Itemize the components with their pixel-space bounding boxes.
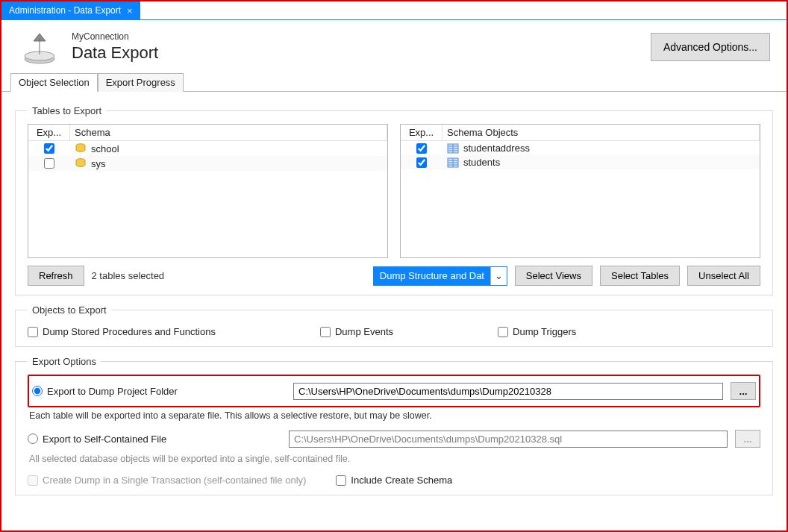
export-options-legend: Export Options	[28, 356, 101, 367]
tables-to-export-group: Tables to Export Exp... Schema school	[15, 105, 773, 295]
select-tables-button[interactable]: Select Tables	[600, 266, 680, 286]
object-row[interactable]: students	[401, 155, 760, 169]
dump-triggers-label[interactable]: Dump Triggers	[498, 326, 576, 337]
export-icon	[16, 28, 63, 66]
schema-col-export[interactable]: Exp...	[28, 125, 70, 140]
dump-sp-label[interactable]: Dump Stored Procedures and Functions	[28, 326, 216, 337]
object-name: studentaddress	[463, 143, 530, 154]
object-checkbox-studentaddress[interactable]	[416, 143, 427, 154]
export-folder-label[interactable]: Export to Dump Project Folder	[32, 386, 286, 397]
export-file-label[interactable]: Export to Self-Contained File	[28, 434, 281, 445]
export-file-text: Export to Self-Contained File	[43, 434, 166, 445]
include-schema-text: Include Create Schema	[351, 475, 452, 486]
dump-triggers-text: Dump Triggers	[513, 326, 576, 337]
connection-name: MyConnection	[72, 31, 158, 42]
object-checkbox-students[interactable]	[416, 157, 427, 168]
schema-list[interactable]: Exp... Schema school	[28, 124, 388, 258]
dump-sp-checkbox[interactable]	[28, 327, 38, 337]
close-icon[interactable]: ×	[127, 5, 133, 16]
window: Administration - Data Export × MyConnect…	[0, 0, 788, 532]
browse-folder-button[interactable]: ...	[731, 382, 756, 400]
tables-selected-status: 2 tables selected	[92, 270, 165, 281]
tab-export-progress[interactable]: Export Progress	[98, 73, 184, 92]
browse-file-button: ...	[735, 430, 760, 448]
export-options-group: Export Options Export to Dump Project Fo…	[15, 356, 773, 495]
table-icon	[447, 157, 459, 168]
advanced-options-button[interactable]: Advanced Options...	[651, 33, 770, 61]
file-path-input	[289, 431, 728, 448]
file-hint: All selected database objects will be ex…	[28, 451, 760, 470]
object-col-export[interactable]: Exp...	[401, 125, 443, 140]
app-tabbar: Administration - Data Export ×	[1, 1, 787, 19]
dump-events-label[interactable]: Dump Events	[320, 326, 393, 337]
single-transaction-checkbox	[28, 475, 38, 486]
folder-path-input[interactable]	[293, 383, 723, 400]
dump-sp-text: Dump Stored Procedures and Functions	[43, 326, 216, 337]
dump-triggers-checkbox[interactable]	[498, 327, 508, 337]
schema-col-schema[interactable]: Schema	[70, 125, 387, 140]
page-title: Data Export	[72, 43, 158, 63]
folder-hint: Each table will be exported into a separ…	[28, 407, 760, 427]
object-row[interactable]: studentaddress	[401, 141, 760, 155]
include-schema-checkbox[interactable]	[336, 475, 346, 486]
dump-events-text: Dump Events	[335, 326, 393, 337]
header: MyConnection Data Export Advanced Option…	[1, 20, 787, 72]
schema-row[interactable]: school	[28, 141, 387, 156]
schema-row[interactable]: sys	[28, 156, 387, 171]
dump-type-value: Dump Structure and Dat	[374, 270, 490, 281]
export-folder-radio[interactable]	[32, 386, 43, 396]
object-col-objects[interactable]: Schema Objects	[443, 125, 760, 140]
schema-name: school	[91, 143, 119, 154]
object-list[interactable]: Exp... Schema Objects studentaddress	[400, 124, 760, 258]
database-icon	[75, 143, 87, 154]
object-name: students	[463, 157, 500, 168]
highlighted-option: Export to Dump Project Folder ...	[28, 375, 760, 407]
schema-name: sys	[91, 158, 106, 169]
dump-type-select[interactable]: Dump Structure and Dat ⌄	[373, 266, 507, 286]
export-folder-text: Export to Dump Project Folder	[47, 386, 178, 397]
single-transaction-text: Create Dump in a Single Transaction (sel…	[43, 475, 306, 486]
export-file-radio[interactable]	[28, 434, 38, 444]
select-views-button[interactable]: Select Views	[515, 266, 592, 286]
objects-to-export-legend: Objects to Export	[28, 304, 111, 316]
dump-events-checkbox[interactable]	[320, 327, 331, 337]
single-transaction-label: Create Dump in a Single Transaction (sel…	[28, 475, 306, 486]
main-tabs: Object Selection Export Progress	[1, 72, 787, 92]
table-icon	[447, 143, 459, 154]
tables-to-export-legend: Tables to Export	[28, 105, 106, 116]
refresh-button[interactable]: Refresh	[28, 266, 84, 286]
app-tab-label: Administration - Data Export	[9, 5, 121, 16]
database-icon	[75, 157, 87, 169]
unselect-all-button[interactable]: Unselect All	[687, 266, 760, 286]
schema-checkbox-school[interactable]	[44, 143, 54, 154]
tab-object-selection[interactable]: Object Selection	[10, 73, 98, 92]
schema-checkbox-sys[interactable]	[44, 158, 54, 169]
app-tab-data-export[interactable]: Administration - Data Export ×	[1, 1, 140, 19]
chevron-down-icon: ⌄	[490, 267, 507, 285]
header-text: MyConnection Data Export	[72, 31, 158, 63]
objects-to-export-group: Objects to Export Dump Stored Procedures…	[15, 304, 773, 347]
include-schema-label[interactable]: Include Create Schema	[336, 475, 452, 486]
